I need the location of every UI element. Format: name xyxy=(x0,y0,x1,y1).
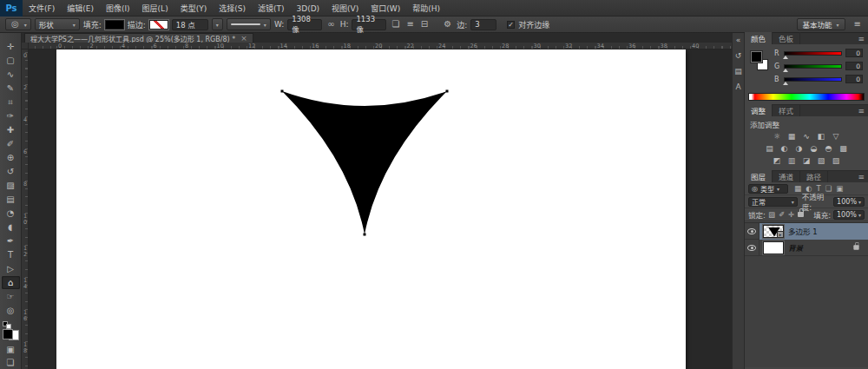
black-white-icon[interactable]: ◑ xyxy=(793,143,805,154)
opacity-field[interactable]: 100% ▾ xyxy=(833,197,865,207)
layer-row-main[interactable]: ▸多边形 1 xyxy=(760,223,868,240)
panel-menu-icon[interactable]: ≡ xyxy=(858,173,865,181)
default-colors-icon[interactable] xyxy=(3,321,13,326)
smart-object-filter-icon[interactable]: ▣ xyxy=(836,184,843,193)
slider-thumb-icon[interactable] xyxy=(783,56,788,59)
dodge-tool[interactable]: ◖ xyxy=(2,221,20,234)
tab-layers[interactable]: 图层 xyxy=(745,170,773,182)
channel-slider[interactable] xyxy=(784,77,842,82)
panel-menu-icon[interactable]: ≡ xyxy=(858,35,865,43)
menu-item-2[interactable]: 图像(I) xyxy=(100,4,136,13)
stroke-width-dropdown[interactable]: ▾ xyxy=(212,18,223,30)
posterize-icon[interactable]: ▥ xyxy=(786,155,798,166)
clone-stamp-tool[interactable]: ⊕ xyxy=(2,151,20,164)
brightness-contrast-icon[interactable]: ☼ xyxy=(772,131,783,142)
stroke-width-field[interactable]: 18 点 xyxy=(172,19,208,30)
tab-swatches[interactable]: 色板 xyxy=(773,32,800,44)
slider-thumb-icon[interactable] xyxy=(783,69,788,72)
anchor-point[interactable] xyxy=(364,234,366,236)
polygon-shape[interactable] xyxy=(282,91,447,234)
stroke-swatch[interactable] xyxy=(149,20,168,30)
menu-item-1[interactable]: 编辑(E) xyxy=(61,4,100,13)
brush-tool[interactable]: ✐ xyxy=(2,137,20,150)
layer-thumbnail[interactable] xyxy=(763,241,784,254)
tab-styles[interactable]: 样式 xyxy=(773,104,800,116)
menu-item-6[interactable]: 滤镜(T) xyxy=(252,4,291,13)
color-spectrum-bar[interactable] xyxy=(748,93,865,101)
document-tab[interactable]: 程大大学PS之——几何形状工具.psd @ 25%(多边形 1, RGB/8) … xyxy=(24,33,253,43)
slider-thumb-icon[interactable] xyxy=(783,82,788,85)
horizontal-ruler[interactable]: 0246810121416182022242628303234363840 xyxy=(29,43,732,49)
spot-healing-tool[interactable]: ✚ xyxy=(2,123,20,136)
history-brush-tool[interactable]: ↺ xyxy=(2,165,20,178)
vibrance-icon[interactable]: ▽ xyxy=(831,131,842,142)
quick-selection-tool[interactable]: ✎ xyxy=(2,82,20,95)
path-selection-tool[interactable]: ▷ xyxy=(2,262,20,275)
link-dimensions-icon[interactable]: ∞ xyxy=(326,18,336,30)
menu-item-7[interactable]: 3D(D) xyxy=(290,4,326,13)
threshold-icon[interactable]: ◪ xyxy=(801,155,812,166)
color-lookup-icon[interactable]: ▩ xyxy=(838,143,849,154)
expand-panels-icon[interactable]: « xyxy=(736,36,741,44)
eye-icon[interactable] xyxy=(747,245,756,251)
vertical-ruler[interactable]: 024681012141618 xyxy=(22,49,29,369)
channel-value-field[interactable]: 0 xyxy=(845,49,863,57)
shape-height-field[interactable]: 1133 像 xyxy=(352,19,386,30)
layer-row-main[interactable]: 背景 xyxy=(760,240,868,256)
menu-item-5[interactable]: 选择(S) xyxy=(213,4,252,13)
tab-adjustments[interactable]: 调整 xyxy=(745,104,773,116)
path-arrangement-icon[interactable]: ⊟ xyxy=(419,18,430,30)
tab-color[interactable]: 颜色 xyxy=(745,32,773,44)
lock-transparent-icon[interactable]: ▨ xyxy=(768,210,775,219)
channel-mixer-icon[interactable]: ◓ xyxy=(823,143,834,154)
marquee-tool[interactable]: ▢ xyxy=(2,54,20,67)
eyedropper-tool[interactable]: ✑ xyxy=(2,109,20,122)
zoom-tool[interactable]: ◎ xyxy=(2,304,20,317)
gear-icon[interactable]: ⚙ xyxy=(442,18,453,30)
pixel-layer-filter-icon[interactable]: ▦ xyxy=(794,184,801,193)
anchor-point[interactable] xyxy=(281,90,284,93)
color-balance-icon[interactable]: ◐ xyxy=(779,143,790,154)
layer-fill-field[interactable]: 100% ▾ xyxy=(833,210,865,220)
curves-icon[interactable]: ∿ xyxy=(801,131,812,142)
panel-menu-icon[interactable]: ≡ xyxy=(852,18,863,30)
photo-filter-icon[interactable]: ◒ xyxy=(808,143,819,154)
hand-tool[interactable]: ☞ xyxy=(2,290,20,303)
tab-paths[interactable]: 路径 xyxy=(800,170,828,182)
menu-item-10[interactable]: 帮助(H) xyxy=(406,4,446,13)
crop-tool[interactable]: ⌗ xyxy=(2,96,20,109)
eraser-tool[interactable]: ▨ xyxy=(2,179,20,192)
layer-row[interactable]: 背景 xyxy=(745,240,868,256)
exposure-icon[interactable]: ◧ xyxy=(816,131,827,142)
character-panel-icon[interactable]: A xyxy=(735,82,740,91)
path-alignment-icon[interactable]: ≡ xyxy=(404,18,415,30)
layer-filter-type-select[interactable]: ◎ 类型 ▾ xyxy=(748,184,788,194)
menu-item-9[interactable]: 窗口(W) xyxy=(365,4,406,13)
lock-position-icon[interactable]: ✛ xyxy=(788,210,794,219)
layer-thumbnail[interactable]: ▸ xyxy=(763,225,784,238)
channel-value-field[interactable]: 0 xyxy=(845,62,863,70)
tab-channels[interactable]: 通道 xyxy=(773,170,800,182)
type-tool[interactable]: T xyxy=(2,248,20,261)
screen-mode-button[interactable]: ❏ xyxy=(2,356,20,369)
panel-menu-icon[interactable]: ≡ xyxy=(858,107,865,115)
history-panel-icon[interactable]: ↺ xyxy=(735,51,742,60)
blend-mode-select[interactable]: 正常 ▾ xyxy=(748,197,798,207)
foreground-color-swatch[interactable] xyxy=(3,329,13,339)
blur-tool[interactable]: ◔ xyxy=(2,207,20,220)
channel-value-field[interactable]: 0 xyxy=(845,75,863,83)
pen-tool[interactable]: ✒ xyxy=(2,234,20,247)
anchor-point[interactable] xyxy=(446,90,449,93)
ruler-corner[interactable] xyxy=(22,43,29,49)
align-edges-checkbox[interactable]: ✓ xyxy=(507,21,515,29)
lasso-tool[interactable]: ∿ xyxy=(2,68,20,81)
quick-mask-button[interactable]: ▣ xyxy=(2,343,20,356)
gradient-tool[interactable]: ▤ xyxy=(2,193,20,206)
channel-slider[interactable] xyxy=(784,51,842,56)
invert-icon[interactable]: ◩ xyxy=(772,155,783,166)
stroke-type-dropdown[interactable]: ▾ xyxy=(227,18,271,30)
menu-item-3[interactable]: 图层(L) xyxy=(136,4,174,13)
workspace-switcher-button[interactable]: 基本功能 ▾ xyxy=(797,18,845,30)
lock-paint-icon[interactable]: ✐ xyxy=(779,210,785,219)
fill-swatch[interactable] xyxy=(105,20,124,30)
